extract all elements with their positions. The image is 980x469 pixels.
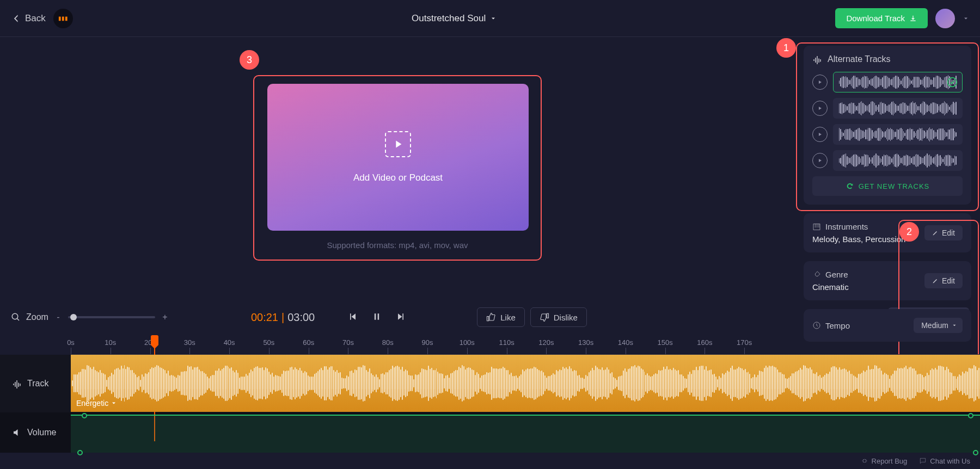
tempo-value: Medium [921, 321, 948, 330]
waveform-icon [12, 379, 22, 388]
like-button[interactable]: Like [477, 307, 525, 327]
ruler-label: 80s [382, 338, 394, 347]
callout-badge-2: 2 [899, 222, 919, 242]
ruler-label: 130s [578, 338, 593, 347]
project-title-text: Outstretched Soul [412, 13, 486, 24]
pencil-icon [932, 230, 939, 236]
ruler-label: 100s [460, 338, 475, 347]
report-bug-link[interactable]: Report Bug [861, 457, 908, 465]
edit-genre-button[interactable]: Edit [924, 273, 963, 288]
ruler-label: 110s [499, 338, 514, 347]
account-menu-chevron-icon[interactable] [963, 15, 969, 22]
zoom-slider[interactable] [68, 316, 155, 318]
zoom-out-button[interactable]: - [54, 312, 63, 322]
main-area: Add Video or Podcast Supported formats: … [0, 37, 980, 298]
callout-badge-1: 1 [776, 38, 796, 58]
tracks-icon [812, 54, 822, 64]
clock-icon [812, 321, 821, 330]
tempo-select[interactable]: Medium [914, 318, 963, 333]
feedback-group: Like Dislike [477, 307, 587, 327]
app-logo[interactable]: ▮▮▮ [53, 9, 73, 28]
dislike-button[interactable]: Dislike [530, 307, 587, 327]
volume-label: Volume [0, 412, 71, 453]
thumbs-up-icon [486, 312, 496, 322]
skip-back-button[interactable] [347, 311, 358, 324]
volume-point[interactable] [82, 413, 87, 418]
alternate-track-row [812, 124, 963, 145]
pencil-icon [932, 277, 939, 284]
header-left: Back ▮▮▮ [11, 9, 73, 28]
download-button[interactable]: Download Track [835, 8, 928, 28]
zoom-in-button[interactable]: + [161, 312, 169, 322]
tempo-panel: Tempo Medium [804, 309, 971, 342]
transport-controls [347, 311, 406, 324]
drop-label: Add Video or Podcast [353, 172, 443, 183]
ruler-label: 50s [263, 338, 274, 347]
check-icon [947, 77, 958, 88]
volume-automation[interactable] [71, 412, 980, 453]
guitar-icon [812, 270, 821, 279]
search-icon [11, 312, 21, 322]
genre-value: Cinematic [812, 282, 849, 292]
ruler-label: 140s [618, 338, 633, 347]
back-button[interactable]: Back [11, 13, 46, 24]
play-alternate-button[interactable] [812, 127, 828, 142]
timeline: 0s10s20s30s40s50s60s70s80s90s100s110s120… [0, 336, 980, 467]
audio-track-row: Track Energetic [0, 355, 980, 412]
instruments-value: Melody, Bass, Percussion [812, 234, 905, 244]
alternate-track-waveform[interactable] [833, 150, 963, 171]
track-content[interactable]: Energetic [71, 355, 980, 412]
alternate-tracks-header: Alternate Tracks [812, 54, 963, 64]
video-file-icon [385, 131, 411, 157]
zoom-slider-thumb[interactable] [70, 314, 77, 320]
speaker-icon [12, 428, 22, 437]
supported-formats: Supported formats: mp4, avi, mov, wav [267, 240, 528, 250]
instruments-title: Instruments [825, 222, 868, 231]
avatar[interactable] [935, 9, 955, 28]
ruler-label: 30s [184, 338, 195, 347]
header-right: Download Track [835, 8, 969, 28]
get-new-label: GET NEW TRACKS [859, 182, 930, 190]
tempo-title: Tempo [825, 321, 850, 330]
callout-box-3: Add Video or Podcast Supported formats: … [253, 75, 542, 261]
ruler-label: 10s [105, 338, 116, 347]
alternate-track-row [812, 72, 963, 92]
chevron-down-icon [490, 15, 497, 22]
genre-panel: Genre Cinematic Edit [804, 261, 971, 300]
video-drop-zone[interactable]: Add Video or Podcast [267, 84, 529, 231]
total-time: 03:00 [287, 311, 315, 324]
current-time: 00:21 [251, 311, 278, 324]
alternate-track-row [812, 98, 963, 119]
zoom-control: Zoom - + [11, 312, 169, 322]
volume-point[interactable] [968, 413, 973, 418]
download-icon [909, 15, 917, 22]
instruments-panel: Instruments Melody, Bass, Percussion Edi… [804, 213, 971, 252]
genre-title: Genre [825, 270, 848, 279]
alternate-tracks-title: Alternate Tracks [828, 54, 891, 64]
svg-point-0 [948, 78, 957, 87]
ruler-label: 170s [737, 338, 752, 347]
play-alternate-button[interactable] [812, 153, 828, 168]
header-bar: Back ▮▮▮ Outstretched Soul Download Trac… [0, 0, 980, 37]
ruler-label: 40s [224, 338, 235, 347]
time-display: 00:21 | 03:00 [251, 311, 315, 324]
arrow-left-icon [11, 13, 22, 24]
clip-mood-selector[interactable]: Energetic [76, 399, 117, 408]
chat-link[interactable]: Chat with Us [919, 457, 970, 465]
back-label: Back [25, 13, 46, 24]
time-separator: | [281, 311, 284, 324]
ruler-label: 0s [67, 338, 75, 347]
footer: Report Bug Chat with Us [0, 453, 980, 469]
bug-icon [861, 457, 868, 465]
pause-button[interactable] [371, 311, 382, 324]
audio-clip[interactable]: Energetic [71, 355, 980, 412]
alternate-track-waveform[interactable] [833, 124, 963, 145]
alternate-track-waveform[interactable] [833, 98, 963, 119]
skip-forward-button[interactable] [395, 311, 406, 324]
play-alternate-button[interactable] [812, 101, 828, 116]
get-new-tracks-button[interactable]: GET NEW TRACKS [812, 176, 963, 196]
edit-instruments-button[interactable]: Edit [924, 225, 963, 240]
project-title[interactable]: Outstretched Soul [412, 13, 497, 24]
alternate-track-waveform[interactable] [833, 72, 963, 92]
play-alternate-button[interactable] [812, 75, 828, 90]
